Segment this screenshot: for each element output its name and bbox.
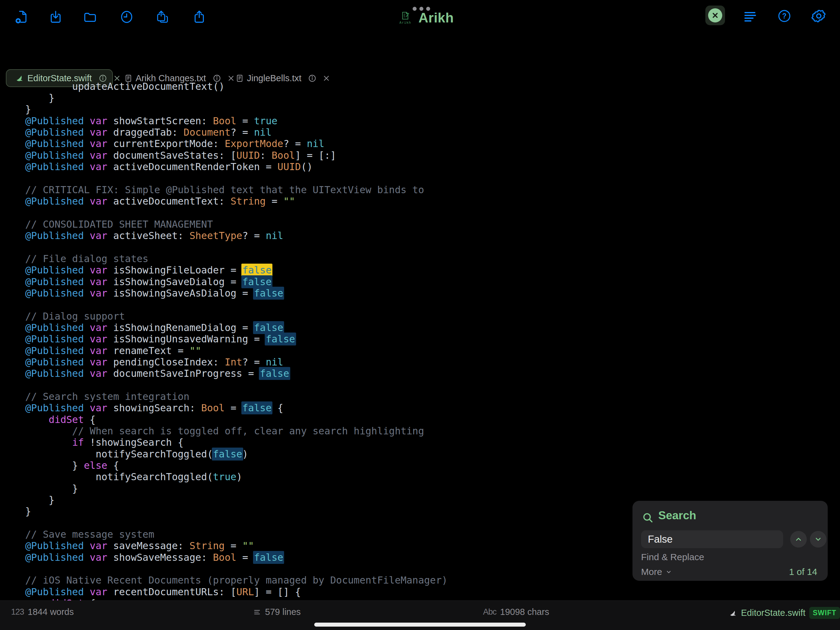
match-count: 1 of 14 bbox=[789, 567, 817, 577]
more-label: More bbox=[641, 567, 662, 577]
search-panel-title: Search bbox=[658, 509, 696, 522]
line-count: 579 lines bbox=[265, 607, 301, 617]
more-dropdown[interactable]: More bbox=[641, 567, 673, 577]
share-button[interactable] bbox=[192, 10, 206, 24]
status-file-name: EditorState.swift bbox=[741, 608, 805, 618]
recents-clock-button[interactable] bbox=[120, 10, 134, 24]
export-copy-button[interactable] bbox=[155, 10, 169, 24]
close-x-icon bbox=[708, 8, 722, 22]
app-logo: Arikh bbox=[399, 11, 412, 25]
tab-bar: EditorState.swift Arikh Changes.txt bbox=[0, 34, 840, 57]
previous-match-button[interactable] bbox=[790, 531, 807, 548]
search-input[interactable]: False bbox=[641, 530, 783, 548]
chevron-down-icon bbox=[665, 568, 673, 576]
close-search-toolbar-button[interactable] bbox=[705, 6, 725, 25]
save-download-button[interactable] bbox=[49, 10, 63, 24]
new-document-button[interactable] bbox=[14, 10, 28, 24]
line-count-icon bbox=[253, 608, 261, 616]
char-count: 19098 chars bbox=[500, 607, 549, 617]
help-button[interactable]: ? bbox=[777, 9, 791, 23]
app-logo-caption: Arikh bbox=[399, 21, 412, 25]
search-query: False bbox=[648, 533, 673, 545]
svg-text:?: ? bbox=[782, 12, 786, 20]
app-title: Arikh bbox=[418, 10, 454, 25]
top-toolbar: Arikh Arikh ? bbox=[0, 0, 840, 34]
word-count-icon: 123 bbox=[11, 607, 24, 617]
language-badge: SWIFT bbox=[809, 607, 840, 619]
next-match-button[interactable] bbox=[810, 531, 826, 548]
search-panel: Search False Find & Replace More 1 of 14 bbox=[632, 501, 828, 581]
open-folder-button[interactable] bbox=[83, 10, 97, 24]
settings-gear-button[interactable] bbox=[812, 9, 826, 23]
search-icon bbox=[642, 511, 654, 524]
swift-bird-icon bbox=[729, 609, 737, 617]
align-lines-icon[interactable] bbox=[742, 9, 757, 24]
char-count-icon: Abc bbox=[483, 607, 497, 617]
word-count: 1844 words bbox=[28, 607, 74, 617]
find-replace-button[interactable]: Find & Replace bbox=[641, 552, 704, 562]
home-indicator[interactable] bbox=[314, 623, 526, 627]
